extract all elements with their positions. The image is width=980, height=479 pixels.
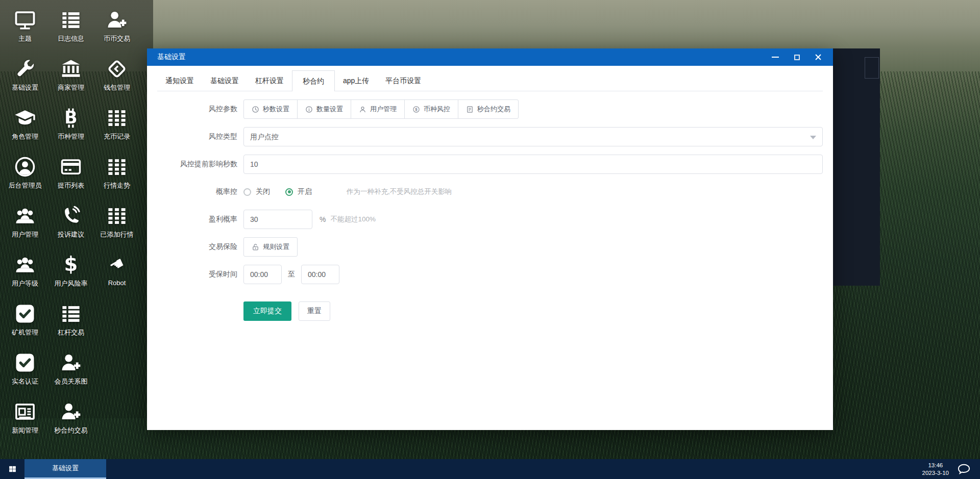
desktop-shortcut-label: 日志信息 (58, 34, 84, 43)
desktop-shortcut[interactable]: 角色管理 (2, 104, 48, 153)
field-label: 盈利概率 (147, 215, 237, 224)
maximize-icon (794, 55, 800, 60)
chat-bubble-icon[interactable] (957, 462, 971, 476)
radio-icon (285, 188, 293, 196)
field-label: 受保时间 (147, 270, 237, 279)
clock-icon (252, 106, 259, 113)
desktop-shortcut-label: 会员关系图 (55, 377, 88, 386)
desktop-shortcut-label: 秒合约交易 (55, 426, 88, 435)
bank-icon (60, 58, 82, 80)
system-tray: 13:46 2023-3-10 (922, 459, 980, 479)
time-range-separator: 至 (288, 270, 295, 279)
grid-icon (106, 156, 128, 178)
desktop-shortcut[interactable]: 用户等级 (2, 251, 48, 300)
taskbar-clock[interactable]: 13:46 2023-3-10 (922, 462, 949, 477)
chevron-down-icon (810, 136, 816, 139)
profit-hint: 不能超过100% (330, 215, 376, 224)
desktop-shortcut-label: Robot (108, 279, 126, 287)
user-management-button[interactable]: 用户管理 (351, 99, 405, 119)
tab-notification-settings[interactable]: 通知设置 (157, 70, 202, 91)
pointing-hand-icon (106, 254, 128, 275)
user-plus-icon (106, 9, 128, 31)
desktop-shortcut-label: 已添加行情 (101, 230, 134, 239)
insured-time-to-input[interactable] (301, 265, 339, 284)
start-button[interactable] (0, 459, 24, 479)
desktop-shortcut[interactable]: 日志信息 (48, 6, 94, 55)
minimize-icon (772, 57, 779, 58)
desktop-shortcut[interactable]: 行情走势 (94, 153, 140, 202)
reset-button[interactable]: 重置 (299, 301, 330, 321)
user-icon (359, 106, 366, 113)
desktop-shortcut[interactable]: 充币记录 (94, 104, 140, 153)
maximize-button[interactable] (786, 48, 807, 66)
tab-app-upload[interactable]: app上传 (335, 70, 377, 91)
desktop-shortcut-label: 实名认证 (12, 377, 38, 386)
desktop-shortcut[interactable]: 币种管理 (48, 104, 94, 153)
desktop-shortcut-label: 角色管理 (12, 132, 38, 141)
minimize-button[interactable] (765, 48, 786, 66)
desktop-shortcut[interactable]: 币币交易 (94, 6, 140, 55)
seconds-settings-button[interactable]: 秒数设置 (243, 99, 298, 119)
taskbar-item[interactable]: 基础设置 (24, 459, 106, 479)
desktop-shortcut[interactable]: 后台管理员 (2, 153, 48, 202)
desktop-icon-grid: 主题 日志信息 币币交易 基础设置 商家管理 钱包管理 角色管理 币种管理 充币… (2, 6, 140, 447)
phone-icon (60, 205, 82, 226)
insured-time-from-input[interactable] (243, 265, 282, 284)
desktop-shortcut-label: 后台管理员 (9, 181, 42, 190)
settings-window: 基础设置 通知设置 基础设置 杠杆设置 秒合约 app上传 平台币设置 风控参数… (147, 48, 833, 430)
desktop-shortcut[interactable]: 已添加行情 (94, 202, 140, 251)
card-icon (60, 156, 82, 178)
desktop-shortcut[interactable]: 秒合约交易 (48, 398, 94, 447)
second-contract-trade-button[interactable]: 秒合约交易 (458, 99, 519, 119)
close-button[interactable] (807, 48, 829, 66)
profit-probability-input[interactable] (243, 210, 312, 229)
desktop-shortcut[interactable]: 会员关系图 (48, 349, 94, 398)
risk-type-select[interactable]: 用户点控 (243, 127, 823, 146)
desktop-shortcut[interactable]: 提币列表 (48, 153, 94, 202)
desktop-shortcut[interactable]: 基础设置 (2, 55, 48, 104)
tab-leverage-settings[interactable]: 杠杆设置 (247, 70, 292, 91)
coin-risk-button[interactable]: 币种风控 (404, 99, 458, 119)
desktop-shortcut[interactable]: 用户风险率 (48, 251, 94, 300)
desktop-shortcut[interactable]: 实名认证 (2, 349, 48, 398)
wrench-icon (14, 58, 36, 80)
desktop-shortcut[interactable]: 钱包管理 (94, 55, 140, 104)
desktop-shortcut[interactable]: 商家管理 (48, 55, 94, 104)
rule-settings-button[interactable]: 规则设置 (243, 237, 298, 257)
tab-second-contract[interactable]: 秒合约 (292, 70, 335, 91)
desktop-shortcut-label: 币种管理 (58, 132, 84, 141)
desktop-shortcut[interactable]: 主题 (2, 6, 48, 55)
wallet-icon (106, 58, 128, 80)
bitcoin-icon (60, 107, 82, 129)
desktop-shortcut[interactable]: 投诉建议 (48, 202, 94, 251)
probability-off-radio[interactable]: 关闭 (243, 187, 270, 196)
tab-basic-settings[interactable]: 基础设置 (202, 70, 247, 91)
users-icon (14, 254, 36, 275)
background-window-button (865, 57, 879, 79)
desktop-shortcut[interactable]: 杠杆交易 (48, 300, 94, 349)
log-list-icon (60, 9, 82, 31)
window-title: 基础设置 (147, 53, 765, 62)
field-label: 风控参数 (147, 105, 237, 114)
newspaper-icon (14, 401, 36, 422)
advance-seconds-input[interactable] (243, 155, 823, 174)
clock-date: 2023-3-10 (922, 469, 949, 477)
user-plus-icon (60, 401, 82, 422)
quantity-settings-button[interactable]: 数量设置 (297, 99, 351, 119)
probability-on-radio[interactable]: 开启 (285, 187, 312, 196)
desktop-shortcut-label: 投诉建议 (58, 230, 84, 239)
desktop-shortcut[interactable]: 用户管理 (2, 202, 48, 251)
submit-button[interactable]: 立即提交 (243, 301, 291, 321)
radio-icon (243, 188, 251, 196)
window-titlebar[interactable]: 基础设置 (147, 48, 833, 66)
desktop-shortcut[interactable]: Robot (94, 251, 140, 300)
desktop-shortcut-label: 币币交易 (104, 34, 130, 43)
desktop-shortcut-label: 主题 (18, 34, 32, 43)
desktop-shortcut[interactable]: 矿机管理 (2, 300, 48, 349)
desktop-shortcut-label: 基础设置 (12, 83, 38, 92)
field-label: 交易保险 (147, 242, 237, 251)
desktop-shortcut-label: 商家管理 (58, 83, 84, 92)
desktop-shortcut[interactable]: 新闻管理 (2, 398, 48, 447)
tab-platform-coin-settings[interactable]: 平台币设置 (377, 70, 429, 91)
taskbar-item-label: 基础设置 (52, 464, 79, 473)
